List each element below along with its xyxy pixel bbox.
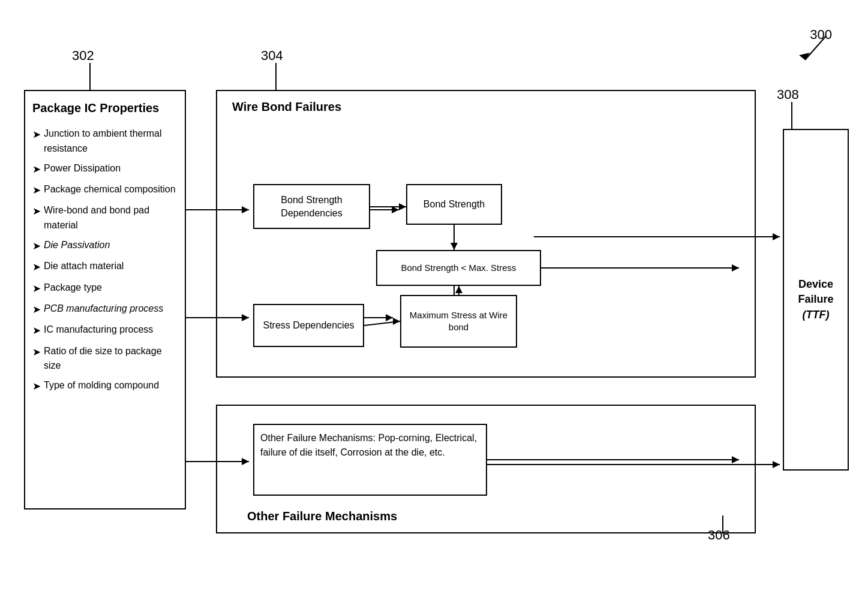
ref-308-label: 308 xyxy=(777,87,799,102)
svg-marker-29 xyxy=(393,318,400,325)
list-item: ➤ PCB manufacturing process xyxy=(32,302,178,318)
list-item-text: IC manufacturing process xyxy=(44,322,153,337)
other-failure-outer-box: Other Failure Mechanisms: Pop-corning, E… xyxy=(216,405,756,533)
bullet-arrow: ➤ xyxy=(32,281,41,297)
bullet-arrow: ➤ xyxy=(32,379,41,394)
list-item: ➤ Package chemical composition xyxy=(32,182,178,198)
stress-dep-label: Stress Dependencies xyxy=(263,319,354,332)
other-failure-label: Other Failure Mechanisms xyxy=(247,510,397,523)
list-item-text: Type of molding compound xyxy=(44,378,159,393)
bullet-arrow: ➤ xyxy=(32,204,41,219)
list-item-text: Junction to ambient thermal resistance xyxy=(44,126,178,156)
device-failure-line2: (TTF) xyxy=(803,309,830,321)
svg-marker-33 xyxy=(732,264,739,272)
list-item: ➤ Die Passivation xyxy=(32,238,178,254)
bullet-arrow: ➤ xyxy=(32,323,41,339)
max-stress-box: Maximum Stress at Wire bond xyxy=(400,295,517,348)
device-failure-box: Device Failure (TTF) xyxy=(783,129,849,471)
bond-strength-max-box: Bond Strength < Max. Stress xyxy=(376,250,541,286)
svg-marker-31 xyxy=(455,286,462,293)
ref-302-label: 302 xyxy=(72,48,94,64)
list-item-text: Ratio of die size to package size xyxy=(44,344,178,374)
svg-marker-23 xyxy=(773,461,780,468)
diagram-container: 302 304 308 306 Package IC Properties ➤ … xyxy=(18,24,846,593)
device-failure-text: Device Failure (TTF) xyxy=(790,277,842,322)
bullet-arrow: ➤ xyxy=(32,345,41,360)
list-item: ➤ IC manufacturing process xyxy=(32,322,178,339)
list-item-text: Wire-bond and bond pad material xyxy=(44,203,178,233)
bond-strength-box: Bond Strength xyxy=(406,184,502,225)
bullet-arrow: ➤ xyxy=(32,302,41,318)
bullet-arrow: ➤ xyxy=(32,127,41,143)
package-ic-box: Package IC Properties ➤ Junction to ambi… xyxy=(24,90,186,510)
bond-strength-dep-label: Bond Strength Dependencies xyxy=(254,194,369,219)
list-item: ➤ Package type xyxy=(32,281,178,297)
list-item: ➤ Type of molding compound xyxy=(32,378,178,394)
list-item-text: Die Passivation xyxy=(44,238,110,253)
svg-marker-21 xyxy=(773,233,780,240)
device-failure-line1: Device Failure xyxy=(798,278,833,305)
other-failure-inner-text: Other Failure Mechanisms: Pop-corning, E… xyxy=(260,433,477,457)
bullet-arrow: ➤ xyxy=(32,260,41,275)
bullet-arrow: ➤ xyxy=(32,162,41,177)
list-item: ➤ Die attach material xyxy=(32,259,178,275)
bond-strength-max-label: Bond Strength < Max. Stress xyxy=(401,262,516,274)
bond-strength-label: Bond Strength xyxy=(424,198,485,211)
list-item-text: Power Dissipation xyxy=(44,161,121,176)
bullet-arrow: ➤ xyxy=(32,183,41,198)
package-ic-title: Package IC Properties xyxy=(32,100,178,116)
other-failure-inner-box: Other Failure Mechanisms: Pop-corning, E… xyxy=(253,424,487,496)
list-item: ➤ Junction to ambient thermal resistance xyxy=(32,126,178,156)
list-item: ➤ Wire-bond and bond pad material xyxy=(32,203,178,233)
stress-dep-box: Stress Dependencies xyxy=(253,304,364,347)
list-item-text: Die attach material xyxy=(44,259,124,274)
svg-marker-27 xyxy=(450,243,458,250)
list-item-text: Package chemical composition xyxy=(44,182,176,197)
package-ic-list: ➤ Junction to ambient thermal resistance… xyxy=(32,126,178,395)
max-stress-label: Maximum Stress at Wire bond xyxy=(401,309,516,334)
svg-marker-35 xyxy=(732,456,739,463)
list-item: ➤ Power Dissipation xyxy=(32,161,178,177)
list-item-text: Package type xyxy=(44,281,102,296)
svg-marker-25 xyxy=(399,203,406,210)
svg-line-28 xyxy=(364,321,400,325)
wire-bond-failures-box: Wire Bond Failures Bond Strength Depende… xyxy=(216,90,756,378)
wire-bond-failures-title: Wire Bond Failures xyxy=(232,100,746,114)
ref-304-label: 304 xyxy=(261,48,283,64)
bond-strength-dep-box: Bond Strength Dependencies xyxy=(253,184,370,229)
list-item-text: PCB manufacturing process xyxy=(44,302,163,316)
bullet-arrow: ➤ xyxy=(32,239,41,254)
list-item: ➤ Ratio of die size to package size xyxy=(32,344,178,374)
